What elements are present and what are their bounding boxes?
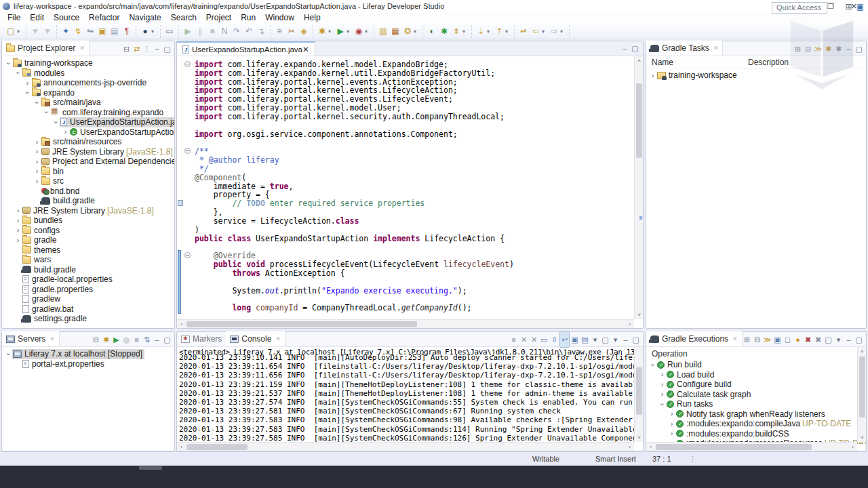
scroll-right-icon[interactable]: › xyxy=(848,443,857,451)
editor-horizontal-scrollbar[interactable]: ‹ › xyxy=(177,319,634,328)
chevron-closed-icon[interactable]: › xyxy=(33,158,41,165)
remove-launch-icon[interactable]: ✕ xyxy=(519,332,529,347)
forward-history-icon[interactable]: ⇨ xyxy=(548,25,560,38)
project-explorer-item[interactable]: ›bundles xyxy=(2,216,174,226)
project-explorer-item[interactable]: gradle-local.properties xyxy=(2,274,174,285)
scroll-left-icon[interactable]: ‹ xyxy=(177,443,186,451)
chevron-closed-icon[interactable]: › xyxy=(33,148,41,155)
chevron-closed-icon[interactable]: › xyxy=(14,237,22,244)
maximize-icon[interactable]: ▢ xyxy=(854,41,864,56)
minimize-icon[interactable]: ‒ xyxy=(152,332,162,347)
scroll-down-icon[interactable]: ˅ xyxy=(635,310,644,319)
project-explorer-item[interactable]: settings.gradle xyxy=(2,314,174,324)
executions-horizontal-scrollbar[interactable]: ‹ › xyxy=(646,442,857,451)
save-icon[interactable]: ▼ xyxy=(29,25,41,38)
maximize-icon[interactable]: ▢ xyxy=(162,332,172,347)
scrollbar-thumb[interactable] xyxy=(656,444,812,450)
menu-project[interactable]: Project xyxy=(201,12,236,24)
terminate-console-icon[interactable]: ■ xyxy=(509,332,519,347)
new-wizard-icon[interactable]: ▢ xyxy=(5,25,17,38)
project-explorer-item[interactable]: build.gradle xyxy=(2,196,174,206)
suspend-icon[interactable]: ∥ xyxy=(194,25,206,38)
chevron-closed-icon[interactable]: › xyxy=(14,217,22,224)
project-explorer-item[interactable]: gradlew.bat xyxy=(2,304,174,314)
overview-task-marker[interactable] xyxy=(639,216,642,220)
tab-gradle-executions[interactable]: Gradle Executions ✕ xyxy=(646,331,743,346)
gradle-execution-item[interactable]: ›Run tasks xyxy=(646,399,866,409)
debug-icon[interactable]: ✱ xyxy=(316,25,328,38)
scroll-right-icon[interactable]: › xyxy=(625,443,634,451)
open-console-dropdown[interactable]: ▾ xyxy=(610,332,620,347)
open-terminal-icon[interactable]: ▭ xyxy=(163,25,176,38)
expand-all-icon[interactable]: ⊞ xyxy=(793,41,803,56)
next-annotation-icon[interactable]: ⇣ xyxy=(475,25,487,38)
chevron-open-icon[interactable]: › xyxy=(33,99,41,106)
project-explorer-item[interactable]: ›announcements-jsp-override xyxy=(2,78,174,88)
console-output[interactable]: <terminated> Liferay 7.x at localhost [L… xyxy=(177,347,634,442)
watch-module-icon[interactable]: ↬ xyxy=(84,25,96,38)
mark-occurrences-icon[interactable]: ≡ xyxy=(273,25,285,38)
chevron-closed-icon[interactable]: › xyxy=(14,226,22,234)
editor-vertical-scrollbar[interactable]: ˄ ˅ xyxy=(634,56,643,319)
fold-collapse-icon[interactable] xyxy=(184,252,191,258)
scroll-left-icon[interactable]: ‹ xyxy=(646,443,655,451)
project-explorer-item[interactable]: ›expando xyxy=(2,88,174,98)
project-explorer-item[interactable]: ›src/main/java xyxy=(2,98,174,108)
chevron-closed-icon[interactable]: › xyxy=(658,390,666,398)
new-liferay-module-icon[interactable]: ▣ xyxy=(96,25,108,38)
link-with-editor-icon[interactable]: ⇄ xyxy=(132,41,142,56)
run-default-tasks-icon[interactable]: ✱ xyxy=(823,41,833,56)
project-explorer-item[interactable]: ›UserExpandoStartupAction xyxy=(2,127,174,138)
scroll-down-icon[interactable]: ˅ xyxy=(858,433,867,442)
run-config-dropdown[interactable]: ▾ xyxy=(365,25,371,38)
start-server-icon[interactable]: ▶ xyxy=(111,332,121,347)
gradle-execution-item[interactable]: ›:modules:expando:buildCSS xyxy=(646,429,866,439)
server-item[interactable]: ›Liferay 7.x at localhost [Stopped] xyxy=(2,349,174,359)
project-explorer-item[interactable]: ›modules xyxy=(2,68,174,79)
collapse-all-icon[interactable]: ⊟ xyxy=(91,332,101,347)
remove-execution-icon[interactable]: ✖ xyxy=(813,332,823,347)
last-edit-location-icon[interactable]: ↫ xyxy=(517,25,530,38)
column-description[interactable]: Description xyxy=(748,58,789,67)
lock-view-icon[interactable]: ◻ xyxy=(783,332,793,347)
chevron-open-icon[interactable]: › xyxy=(43,108,50,116)
display-selected-console-icon[interactable]: ▤ xyxy=(580,332,590,347)
maximize-icon[interactable]: ▢ xyxy=(631,332,641,347)
view-menu-icon[interactable]: ▢ xyxy=(823,332,833,347)
chevron-closed-icon[interactable]: › xyxy=(668,410,675,418)
new-class-icon[interactable]: ✪ xyxy=(401,25,414,38)
scroll-up-icon[interactable]: ˄ xyxy=(635,56,644,65)
project-explorer-item[interactable]: ›configs xyxy=(2,226,174,236)
column-name[interactable]: Name xyxy=(646,58,748,67)
code-upgrade-icon[interactable]: ▤ xyxy=(108,25,121,38)
minimize-icon[interactable]: ‒ xyxy=(152,41,162,56)
scrollbar-thumb[interactable] xyxy=(186,321,417,327)
collapse-all-icon[interactable]: ⊟ xyxy=(121,41,132,56)
scrollbar-thumb[interactable] xyxy=(186,444,248,450)
step-into-icon[interactable]: N xyxy=(218,25,231,38)
run-icon[interactable]: ▶ xyxy=(334,25,347,38)
minimize-icon[interactable]: ‒ xyxy=(844,41,854,56)
scroll-left-icon[interactable]: ‹ xyxy=(177,320,186,329)
new-java-project-icon[interactable]: ▨ xyxy=(377,25,389,38)
project-explorer-item[interactable]: ›JRE System Library[JavaSE-1.8] xyxy=(2,206,174,216)
chevron-closed-icon[interactable]: › xyxy=(62,128,69,136)
chevron-open-icon[interactable]: › xyxy=(5,60,12,67)
close-tab-icon[interactable]: ✕ xyxy=(302,45,309,54)
gradle-execution-item[interactable]: ›:modules:expando:compileJavaUP-TO-DATE xyxy=(646,419,866,429)
close-tab-icon[interactable]: ✕ xyxy=(79,45,85,52)
chevron-closed-icon[interactable]: › xyxy=(33,178,41,185)
gradle-task-item[interactable]: ›training-workspace xyxy=(646,70,866,81)
project-explorer-item[interactable]: ›Project and External Dependencies xyxy=(2,157,174,167)
stop-server-icon[interactable]: ■ xyxy=(132,332,142,347)
previous-annotation-icon[interactable]: ⇡ xyxy=(493,25,505,38)
refresh-execution-icon[interactable]: ● xyxy=(793,332,803,347)
collapse-all-icon[interactable]: ⊟ xyxy=(752,332,762,347)
new-package-icon[interactable]: ▦ xyxy=(389,25,401,38)
minimize-icon[interactable]: ‒ xyxy=(844,332,854,347)
menu-navigate[interactable]: Navigate xyxy=(124,12,165,24)
scrollbar-thumb[interactable] xyxy=(859,357,865,418)
scroll-down-icon[interactable]: ˅ xyxy=(635,433,644,442)
minimize-icon[interactable]: ‒ xyxy=(620,332,631,347)
next-annotation-dropdown[interactable]: ▾ xyxy=(487,25,493,38)
